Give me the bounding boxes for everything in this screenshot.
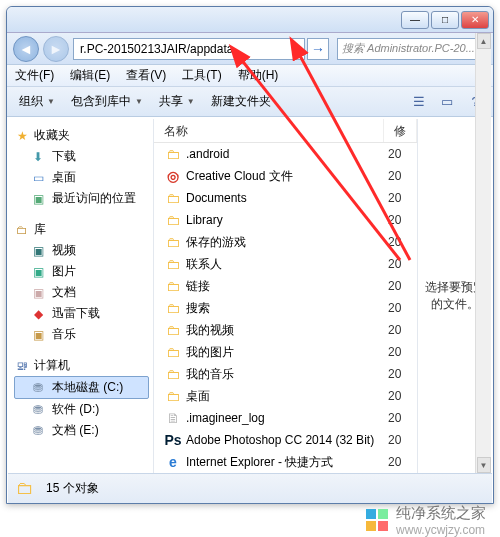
preview-pane-icon[interactable]: ▭ [435,91,459,113]
nav-desktop[interactable]: ▭ 桌面 [14,167,153,188]
chevron-down-icon: ▼ [187,97,195,106]
menu-edit[interactable]: 编辑(E) [62,67,118,84]
desktop-label: 桌面 [52,169,76,186]
table-row[interactable]: 🗀Documents20 [154,187,417,209]
table-row[interactable]: 🗎.imagineer_log20 [154,407,417,429]
nav-downloads[interactable]: ⬇ 下载 [14,146,153,167]
favorites-label: 收藏夹 [34,127,70,144]
table-row[interactable]: 🗀保存的游戏20 [154,231,417,253]
nav-pictures[interactable]: ▣ 图片 [14,261,153,282]
documents-label: 文档 [52,284,76,301]
table-row[interactable]: 🗀我的音乐20 [154,363,417,385]
folder-icon: 🗀 [164,255,182,273]
nav-documents[interactable]: ▣ 文档 [14,282,153,303]
organize-button[interactable]: 组织 ▼ [13,91,61,112]
folder-icon: 🗀 [164,299,182,317]
share-button[interactable]: 共享 ▼ [153,91,201,112]
menu-help[interactable]: 帮助(H) [230,67,287,84]
item-date: 20 [388,235,401,249]
folder-icon: 🗀 [164,233,182,251]
item-name: 桌面 [186,388,388,405]
include-label: 包含到库中 [71,93,131,110]
col-date[interactable]: 修 [384,119,417,142]
nav-libraries[interactable]: 🗀 库 [14,219,153,240]
desktop-icon: ▭ [30,170,46,186]
organize-label: 组织 [19,93,43,110]
table-row[interactable]: ◎Creative Cloud 文件20 [154,165,417,187]
maximize-button[interactable]: □ [431,11,459,29]
menubar: 文件(F) 编辑(E) 查看(V) 工具(T) 帮助(H) [7,65,493,87]
forward-button[interactable]: ► [43,36,69,62]
item-date: 20 [388,257,401,271]
list-wrap: 名称 修 🗀.android20◎Creative Cloud 文件20🗀Doc… [154,119,492,473]
folder-icon: 🗀 [164,321,182,339]
new-folder-button[interactable]: 新建文件夹 [205,91,277,112]
share-label: 共享 [159,93,183,110]
disk-e-label: 文档 (E:) [52,422,99,439]
document-icon: ▣ [30,285,46,301]
table-row[interactable]: 🗀我的视频20 [154,319,417,341]
toolbar: 组织 ▼ 包含到库中 ▼ 共享 ▼ 新建文件夹 ☰ ▭ ? [7,87,493,117]
table-row[interactable]: 🗀.android20 [154,143,417,165]
menu-tools[interactable]: 工具(T) [174,67,229,84]
item-name: 保存的游戏 [186,234,388,251]
close-button[interactable]: ✕ [461,11,489,29]
table-row[interactable]: 🗀桌面20 [154,385,417,407]
newfolder-label: 新建文件夹 [211,93,271,110]
table-row[interactable]: 🗀搜索20 [154,297,417,319]
table-row[interactable]: 🗀我的图片20 [154,341,417,363]
address-go-button[interactable]: → [307,38,329,60]
item-date: 20 [388,389,401,403]
nav-thunder[interactable]: ◆ 迅雷下载 [14,303,153,324]
menu-file[interactable]: 文件(F) [7,67,62,84]
watermark-logo-icon [366,509,388,531]
folder-icon: 🗀 [16,478,38,500]
search-input[interactable]: 搜索 Administrator.PC-20... [337,38,487,60]
chevron-down-icon: ▼ [47,97,55,106]
address-dropdown[interactable]: ▼ [287,38,305,60]
item-name: Adobe Photoshop CC 2014 (32 Bit) [186,433,388,447]
table-row[interactable]: 🗀链接20 [154,275,417,297]
item-date: 20 [388,367,401,381]
picture-icon: ▣ [30,264,46,280]
library-icon: 🗀 [14,222,30,238]
address-text[interactable]: r.PC-20150213JAIR/appdata [73,38,287,60]
menu-view[interactable]: 查看(V) [118,67,174,84]
include-library-button[interactable]: 包含到库中 ▼ [65,91,149,112]
table-row[interactable]: 🗀联系人20 [154,253,417,275]
item-name: 搜索 [186,300,388,317]
folder-icon: 🗀 [164,145,182,163]
nav-favorites[interactable]: ★ 收藏夹 [14,125,153,146]
watermark-url: www.ycwjzy.com [396,523,486,537]
table-row[interactable]: eInternet Explorer - 快捷方式20 [154,451,417,473]
status-bar: 🗀 15 个对象 [8,473,492,503]
minimize-button[interactable]: — [401,11,429,29]
watermark: 纯净系统之家 www.ycwjzy.com [0,503,500,537]
nav-disk-d[interactable]: ⛃ 软件 (D:) [14,399,153,420]
nav-disk-e[interactable]: ⛃ 文档 (E:) [14,420,153,441]
scrollbar[interactable]: ▲ ▼ [475,33,491,473]
scroll-up-icon[interactable]: ▲ [477,33,491,49]
ie-icon: e [164,453,182,471]
table-row[interactable]: 🗀Library20 [154,209,417,231]
scroll-down-icon[interactable]: ▼ [477,457,491,473]
nav-disk-c[interactable]: ⛃ 本地磁盘 (C:) [14,376,149,399]
explorer-window: — □ ✕ ◄ ► r.PC-20150213JAIR/appdata ▼ → … [6,6,494,504]
nav-computer[interactable]: 🖳 计算机 [14,355,153,376]
item-date: 20 [388,323,401,337]
item-date: 20 [388,169,401,183]
table-row[interactable]: PsAdobe Photoshop CC 2014 (32 Bit)20 [154,429,417,451]
col-name[interactable]: 名称 [154,119,384,142]
nav-videos[interactable]: ▣ 视频 [14,240,153,261]
disk-c-label: 本地磁盘 (C:) [52,379,123,396]
pictures-label: 图片 [52,263,76,280]
nav-recent[interactable]: ▣ 最近访问的位置 [14,188,153,209]
address-bar[interactable]: r.PC-20150213JAIR/appdata ▼ → [73,38,329,60]
back-button[interactable]: ◄ [13,36,39,62]
view-mode-icon[interactable]: ☰ [407,91,431,113]
nav-music[interactable]: ▣ 音乐 [14,324,153,345]
item-name: Library [186,213,388,227]
item-date: 20 [388,147,401,161]
music-label: 音乐 [52,326,76,343]
item-date: 20 [388,301,401,315]
